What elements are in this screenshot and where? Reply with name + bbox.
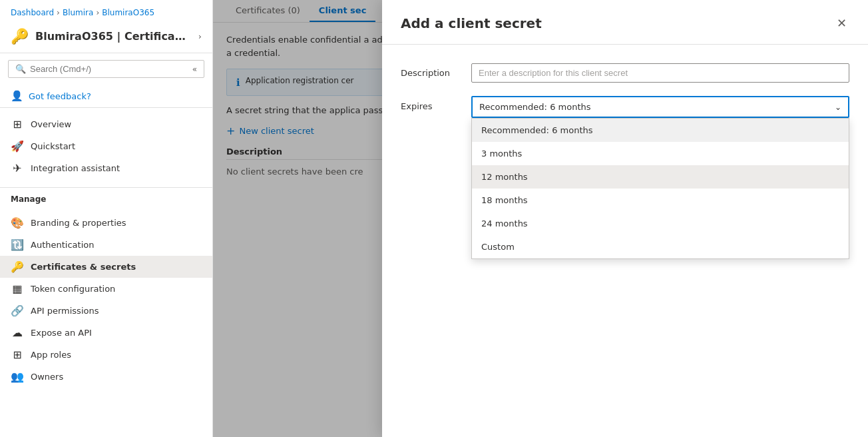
search-container: 🔍 «: [8, 60, 204, 78]
expires-form-row: Expires Recommended: 6 months ⌄ Recommen…: [401, 96, 849, 118]
dropdown-arrow-icon: ⌄: [835, 103, 841, 112]
dropdown-item-3months[interactable]: 3 months: [472, 142, 849, 165]
nav-label-authentication: Authentication: [31, 240, 94, 250]
breadcrumb-blumira[interactable]: Blumira: [63, 8, 93, 17]
top-nav: ⊞ Overview 🚀 Quickstart ✈ Integration as…: [0, 108, 212, 185]
breadcrumb-blumirao365[interactable]: BlumiraO365: [102, 8, 154, 17]
nav-item-expose-api[interactable]: ☁ Expose an API: [0, 322, 212, 344]
nav-label-token: Token configuration: [31, 284, 115, 294]
expires-selected-value: Recommended: 6 months: [479, 102, 591, 112]
nav-item-api-permissions[interactable]: 🔗 API permissions: [0, 300, 212, 322]
nav-label-integration: Integration assistant: [31, 163, 120, 173]
collapse-icon[interactable]: «: [192, 65, 197, 74]
search-icon: 🔍: [15, 64, 26, 74]
modal-header: Add a client secret ✕: [382, 0, 868, 45]
nav-label-api-permissions: API permissions: [31, 306, 99, 316]
integration-icon: ✈: [11, 162, 24, 175]
key-icon: 🔑: [11, 28, 29, 45]
nav-label-quickstart: Quickstart: [31, 141, 75, 151]
overview-icon: ⊞: [11, 118, 24, 131]
sidebar: Dashboard › Blumira › BlumiraO365 🔑 Blum…: [0, 0, 213, 437]
authentication-icon: 🔃: [11, 238, 24, 251]
nav-item-integration[interactable]: ✈ Integration assistant: [0, 157, 212, 179]
dropdown-item-custom[interactable]: Custom: [472, 235, 849, 258]
dropdown-item-24months[interactable]: 24 months: [472, 212, 849, 235]
title-chevron-icon: ›: [198, 31, 202, 41]
token-icon: ▦: [11, 282, 24, 295]
description-form-row: Description: [401, 63, 849, 83]
nav-item-certificates[interactable]: 🔑 Certificates & secrets: [0, 256, 212, 278]
nav-item-branding[interactable]: 🎨 Branding & properties: [0, 212, 212, 234]
nav-label-app-roles: App roles: [31, 350, 71, 360]
feedback-icon: 👤: [11, 90, 23, 102]
description-label: Description: [401, 68, 461, 78]
modal-body: Description Expires Recommended: 6 month…: [382, 45, 868, 437]
breadcrumb-dashboard[interactable]: Dashboard: [11, 8, 54, 17]
nav-item-overview[interactable]: ⊞ Overview: [0, 113, 212, 135]
dropdown-item-6months[interactable]: Recommended: 6 months: [472, 119, 849, 142]
nav-item-app-roles[interactable]: ⊞ App roles: [0, 344, 212, 366]
quickstart-icon: 🚀: [11, 140, 24, 153]
nav-label-certificates: Certificates & secrets: [31, 262, 136, 272]
nav-item-owners[interactable]: 👥 Owners: [0, 366, 212, 388]
expose-api-icon: ☁: [11, 326, 24, 339]
nav-label-branding: Branding & properties: [31, 218, 126, 228]
nav-label-expose-api: Expose an API: [31, 328, 92, 338]
expires-dropdown-container: Recommended: 6 months ⌄ Recommended: 6 m…: [471, 96, 849, 118]
owners-icon: 👥: [11, 370, 24, 383]
nav-item-token[interactable]: ▦ Token configuration: [0, 278, 212, 300]
description-input[interactable]: [471, 63, 849, 83]
nav-item-authentication[interactable]: 🔃 Authentication: [0, 234, 212, 256]
expires-dropdown[interactable]: Recommended: 6 months ⌄: [471, 96, 849, 118]
nav-label-overview: Overview: [31, 119, 71, 129]
manage-section-label: Manage: [0, 187, 212, 207]
modal-title: Add a client secret: [401, 15, 542, 31]
dropdown-item-12months[interactable]: 12 months: [472, 165, 849, 189]
api-permissions-icon: 🔗: [11, 304, 24, 317]
feedback-label: Got feedback?: [29, 91, 91, 101]
expires-dropdown-menu: Recommended: 6 months 3 months 12 months…: [471, 118, 849, 259]
modal-close-button[interactable]: ✕: [834, 13, 849, 33]
branding-icon: 🎨: [11, 217, 24, 229]
app-roles-icon: ⊞: [11, 348, 24, 361]
app-title-bar: 🔑 BlumiraO365 | Certificates & secrets ›: [0, 23, 212, 53]
breadcrumb: Dashboard › Blumira › BlumiraO365: [0, 0, 212, 23]
nav-item-quickstart[interactable]: 🚀 Quickstart: [0, 135, 212, 157]
search-input[interactable]: [30, 64, 188, 74]
add-client-secret-modal: Add a client secret ✕ Description Expire…: [382, 0, 868, 437]
nav-label-owners: Owners: [31, 372, 63, 382]
feedback-row[interactable]: 👤 Got feedback?: [0, 85, 212, 108]
expires-label: Expires: [401, 101, 461, 111]
manage-nav: 🎨 Branding & properties 🔃 Authentication…: [0, 207, 212, 393]
dropdown-item-18months[interactable]: 18 months: [472, 189, 849, 212]
certificates-icon: 🔑: [11, 260, 24, 273]
app-title-text: BlumiraO365 | Certificates & secrets: [35, 30, 190, 43]
